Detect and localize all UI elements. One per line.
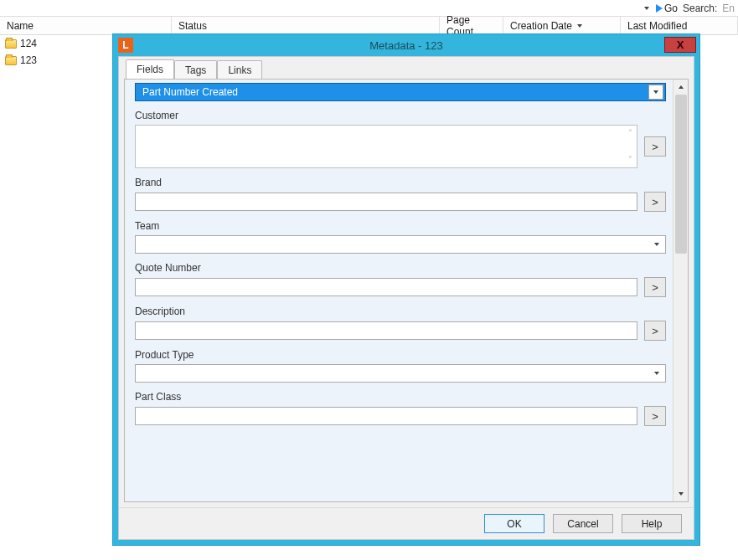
metadata-dialog: L Metadata - 123 X Fields Tags Links Par… — [113, 34, 699, 545]
dialog-title: Metadata - 123 — [369, 39, 442, 52]
field-part-class: Part Class > — [135, 391, 666, 426]
app-root: Go Search: En Name Status Page Count Cre… — [0, 0, 738, 560]
close-icon: X — [677, 39, 684, 51]
scroll-down-icon[interactable] — [673, 486, 689, 501]
panel-scrollbar[interactable] — [673, 80, 688, 501]
search-input[interactable]: En — [722, 3, 735, 14]
quote-number-lookup-button[interactable]: > — [644, 277, 666, 297]
field-customer: Customer ˄ ˅ > — [135, 110, 666, 168]
part-class-input[interactable] — [135, 407, 637, 425]
field-product-type: Product Type — [135, 349, 666, 383]
part-class-lookup-button[interactable]: > — [644, 406, 666, 426]
template-name: Part Number Created — [142, 86, 238, 98]
column-header-row: Name Status Page Count Creation Date Las… — [0, 17, 738, 35]
ok-button[interactable]: OK — [484, 514, 544, 533]
dialog-titlebar[interactable]: L Metadata - 123 X — [113, 34, 699, 56]
tab-tags[interactable]: Tags — [174, 60, 217, 80]
customer-label: Customer — [135, 110, 666, 121]
column-status[interactable]: Status — [172, 17, 440, 34]
play-icon — [656, 4, 663, 13]
product-type-dropdown[interactable] — [135, 364, 666, 383]
chevron-up-icon: ˄ — [628, 129, 632, 137]
chevron-down-icon — [648, 85, 663, 100]
team-dropdown[interactable] — [135, 235, 666, 254]
dialog-body: Fields Tags Links Part Number Created Cu… — [118, 56, 694, 540]
description-input[interactable] — [135, 321, 637, 340]
cancel-button[interactable]: Cancel — [553, 514, 613, 533]
team-label: Team — [135, 220, 666, 232]
chevron-down-icon — [650, 238, 663, 251]
scroll-up-icon[interactable] — [673, 80, 689, 95]
sort-desc-icon — [577, 24, 582, 28]
quote-number-input[interactable] — [135, 278, 637, 296]
column-name[interactable]: Name — [0, 17, 172, 34]
brand-input[interactable] — [135, 193, 637, 211]
folder-icon — [5, 56, 17, 65]
part-class-label: Part Class — [135, 391, 666, 403]
brand-lookup-button[interactable]: > — [644, 192, 666, 212]
product-type-label: Product Type — [135, 349, 666, 361]
go-button[interactable]: Go — [656, 3, 678, 14]
scroll-thumb[interactable] — [675, 95, 687, 254]
fields-panel: Part Number Created Customer ˄ ˅ — [124, 79, 689, 502]
textarea-scroll[interactable]: ˄ ˅ — [625, 129, 635, 164]
go-label: Go — [664, 3, 678, 14]
template-dropdown[interactable]: Part Number Created — [135, 83, 666, 101]
tab-fields[interactable]: Fields — [126, 59, 174, 80]
search-label: Search: — [683, 3, 717, 14]
chevron-down-icon — [650, 367, 663, 380]
item-name: 124 — [20, 38, 37, 49]
customer-lookup-button[interactable]: > — [644, 136, 666, 157]
chevron-down-icon: ˅ — [628, 156, 632, 164]
fields-form: Part Number Created Customer ˄ ˅ — [125, 80, 673, 501]
field-brand: Brand > — [135, 177, 666, 212]
description-label: Description — [135, 306, 666, 317]
dialog-footer: OK Cancel Help — [119, 507, 694, 539]
folder-icon — [5, 39, 17, 49]
brand-label: Brand — [135, 177, 666, 188]
description-lookup-button[interactable]: > — [644, 321, 666, 341]
history-dropdown-icon[interactable] — [643, 3, 651, 13]
column-creation-date[interactable]: Creation Date — [503, 17, 621, 34]
item-name: 123 — [20, 54, 37, 66]
quote-number-label: Quote Number — [135, 262, 666, 274]
customer-input[interactable]: ˄ ˅ — [135, 125, 637, 168]
tab-strip: Fields Tags Links — [119, 57, 694, 79]
column-last-modified[interactable]: Last Modified — [621, 17, 738, 34]
field-description: Description > — [135, 306, 666, 341]
close-button[interactable]: X — [664, 37, 696, 53]
field-quote-number: Quote Number > — [135, 262, 666, 297]
scroll-track[interactable] — [673, 95, 689, 486]
tab-links[interactable]: Links — [217, 60, 262, 80]
app-icon: L — [118, 38, 133, 53]
top-toolbar: Go Search: En — [0, 0, 738, 17]
column-page-count[interactable]: Page Count — [440, 17, 503, 34]
field-team: Team — [135, 220, 666, 254]
help-button[interactable]: Help — [622, 514, 682, 533]
